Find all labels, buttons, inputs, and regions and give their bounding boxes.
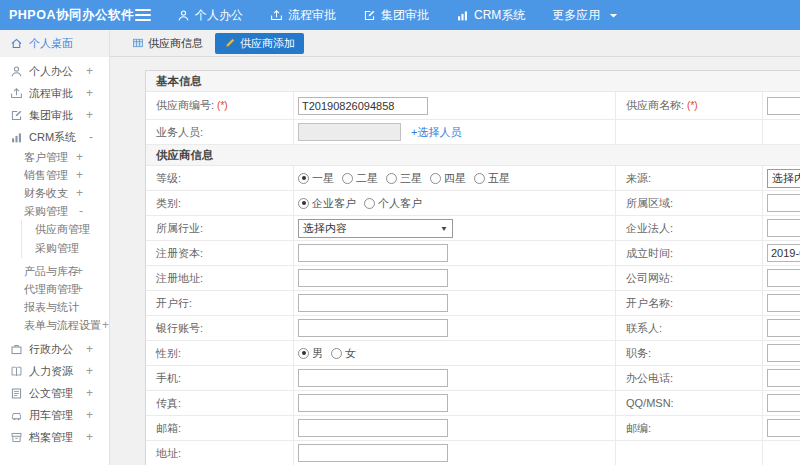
radio-grade-5star[interactable]: 五星 bbox=[474, 171, 510, 186]
sidebar-item-crm-system[interactable]: CRM系统 - bbox=[0, 126, 109, 148]
form-row-gender: 性别: 男 女 职务: bbox=[146, 341, 800, 366]
radio-gender-male[interactable]: 男 bbox=[298, 346, 323, 361]
form-row-supplier-no: 供应商编号:(*) 供应商名称:(*) bbox=[146, 92, 800, 120]
sidebar-item-agent-mgmt[interactable]: 代理商管理 + bbox=[0, 280, 109, 298]
tab-supplier-info[interactable]: 供应商信息 bbox=[132, 36, 203, 51]
empty-field bbox=[763, 120, 800, 144]
sidebar-item-admin-office[interactable]: 行政办公 + bbox=[0, 338, 109, 360]
radio-gender-female[interactable]: 女 bbox=[331, 346, 356, 361]
sidebar-item-product-inventory[interactable]: 产品与库存 + bbox=[0, 262, 109, 280]
sidebar-item-customer-mgmt[interactable]: 客户管理 + bbox=[0, 148, 109, 166]
contact-input[interactable] bbox=[767, 319, 800, 337]
nav-personal-office[interactable]: 个人办公 bbox=[177, 7, 243, 24]
sidebar-item-sales-mgmt[interactable]: 销售管理 + bbox=[0, 166, 109, 184]
staff-label: 业务人员: bbox=[146, 120, 294, 144]
radio-selected-icon[interactable] bbox=[298, 348, 309, 359]
radio-icon[interactable] bbox=[342, 173, 353, 184]
sidebar-item-personal-desktop[interactable]: 个人桌面 bbox=[0, 30, 109, 57]
sidebar-item-archive-mgmt[interactable]: 档案管理 + bbox=[0, 426, 109, 448]
radio-personal-customer[interactable]: 个人客户 bbox=[364, 196, 422, 211]
source-select[interactable]: 选择内容▼ bbox=[767, 169, 800, 188]
radio-grade-4star[interactable]: 四星 bbox=[430, 171, 466, 186]
expand-icon[interactable]: + bbox=[86, 364, 93, 378]
document-icon bbox=[10, 387, 23, 400]
sidebar-item-personal-office[interactable]: 个人办公 + bbox=[0, 60, 109, 82]
radio-icon[interactable] bbox=[386, 173, 397, 184]
legal-person-input[interactable] bbox=[767, 219, 800, 237]
job-title-input[interactable] bbox=[767, 344, 800, 362]
supplier-name-input[interactable] bbox=[767, 97, 800, 115]
sidebar-item-document-mgmt[interactable]: 公文管理 + bbox=[0, 382, 109, 404]
nav-crm-system[interactable]: CRM系统 bbox=[456, 7, 525, 24]
founded-date-input[interactable] bbox=[767, 244, 800, 262]
staff-input[interactable] bbox=[298, 123, 401, 141]
reg-address-input[interactable] bbox=[298, 269, 448, 287]
expand-icon[interactable]: + bbox=[86, 86, 93, 100]
radio-icon[interactable] bbox=[474, 173, 485, 184]
address-input[interactable] bbox=[298, 444, 448, 462]
email-input[interactable] bbox=[298, 419, 448, 437]
expand-icon[interactable]: + bbox=[102, 318, 109, 332]
sidebar-item-group-approval[interactable]: 集团审批 + bbox=[0, 104, 109, 126]
supplier-no-input[interactable] bbox=[298, 97, 428, 115]
bank-input[interactable] bbox=[298, 294, 448, 312]
sidebar: 个人桌面 个人办公 + 流程审批 + 集团审批 + CRM系统 - 客户管理 +… bbox=[0, 30, 110, 465]
expand-icon[interactable]: + bbox=[76, 186, 83, 200]
sidebar-item-process-approval[interactable]: 流程审批 + bbox=[0, 82, 109, 104]
expand-icon[interactable]: + bbox=[86, 342, 93, 356]
expand-icon[interactable]: + bbox=[76, 168, 83, 182]
grade-label: 等级: bbox=[146, 166, 294, 190]
expand-icon[interactable]: + bbox=[86, 430, 93, 444]
sidebar-item-form-process-settings[interactable]: 表单与流程设置 + bbox=[0, 316, 109, 334]
mobile-input[interactable] bbox=[298, 369, 448, 387]
form-row-fax: 传真: QQ/MSN: bbox=[146, 391, 800, 416]
expand-icon[interactable]: + bbox=[76, 282, 83, 296]
radio-icon[interactable] bbox=[364, 198, 375, 209]
radio-grade-1star[interactable]: 一星 bbox=[298, 171, 334, 186]
expand-icon[interactable]: + bbox=[76, 150, 83, 164]
radio-grade-2star[interactable]: 二星 bbox=[342, 171, 378, 186]
sidebar-item-vehicle-mgmt[interactable]: 用车管理 + bbox=[0, 404, 109, 426]
expand-icon[interactable]: + bbox=[86, 386, 93, 400]
section-header-basic-info: 基本信息 bbox=[146, 71, 800, 92]
fax-input[interactable] bbox=[298, 394, 448, 412]
tab-bar: 供应商信息 供应商添加 bbox=[110, 30, 800, 57]
expand-icon[interactable]: + bbox=[86, 64, 93, 78]
choose-staff-link[interactable]: +选择人员 bbox=[411, 125, 461, 140]
reg-capital-input[interactable] bbox=[298, 244, 448, 262]
radio-selected-icon[interactable] bbox=[298, 198, 309, 209]
form-row-grade: 等级: 一星 二星 三星 四星 五星 来源: 选择内容▼ bbox=[146, 166, 800, 191]
hamburger-menu-icon[interactable] bbox=[135, 9, 151, 21]
sidebar-item-reports-stats[interactable]: 报表与统计 bbox=[0, 298, 109, 316]
top-bar: PHPOA协同办公软件 个人办公 流程审批 集团审批 CRM系统 更多应用 bbox=[0, 0, 800, 30]
fax-label: 传真: bbox=[146, 391, 294, 415]
website-input[interactable] bbox=[767, 269, 800, 287]
tab-supplier-add[interactable]: 供应商添加 bbox=[215, 33, 304, 54]
radio-icon[interactable] bbox=[331, 348, 342, 359]
radio-icon[interactable] bbox=[430, 173, 441, 184]
sidebar-item-supplier-mgmt[interactable]: 供应商管理 bbox=[22, 220, 109, 239]
sidebar-item-human-resources[interactable]: 人力资源 + bbox=[0, 360, 109, 382]
sidebar-item-purchasing[interactable]: 采购管理 bbox=[22, 239, 109, 258]
qq-msn-input[interactable] bbox=[767, 394, 800, 412]
account-name-input[interactable] bbox=[767, 294, 800, 312]
collapse-icon[interactable]: - bbox=[79, 204, 83, 218]
nav-group-approval[interactable]: 集团审批 bbox=[363, 7, 429, 24]
sidebar-item-purchase-mgmt[interactable]: 采购管理 - bbox=[0, 202, 109, 220]
account-no-input[interactable] bbox=[298, 319, 448, 337]
zip-input[interactable] bbox=[767, 419, 800, 437]
gender-radio-group: 男 女 bbox=[294, 341, 616, 365]
expand-icon[interactable]: + bbox=[86, 408, 93, 422]
industry-select[interactable]: 选择内容▼ bbox=[298, 219, 453, 238]
radio-enterprise-customer[interactable]: 企业客户 bbox=[298, 196, 356, 211]
office-tel-input[interactable] bbox=[767, 369, 800, 387]
expand-icon[interactable]: + bbox=[76, 264, 83, 278]
nav-process-approval[interactable]: 流程审批 bbox=[270, 7, 336, 24]
collapse-icon[interactable]: - bbox=[89, 130, 93, 144]
nav-more-apps[interactable]: 更多应用 bbox=[552, 7, 620, 24]
radio-grade-3star[interactable]: 三星 bbox=[386, 171, 422, 186]
expand-icon[interactable]: + bbox=[86, 108, 93, 122]
region-input[interactable] bbox=[767, 194, 800, 212]
sidebar-item-finance[interactable]: 财务收支 + bbox=[0, 184, 109, 202]
radio-selected-icon[interactable] bbox=[298, 173, 309, 184]
